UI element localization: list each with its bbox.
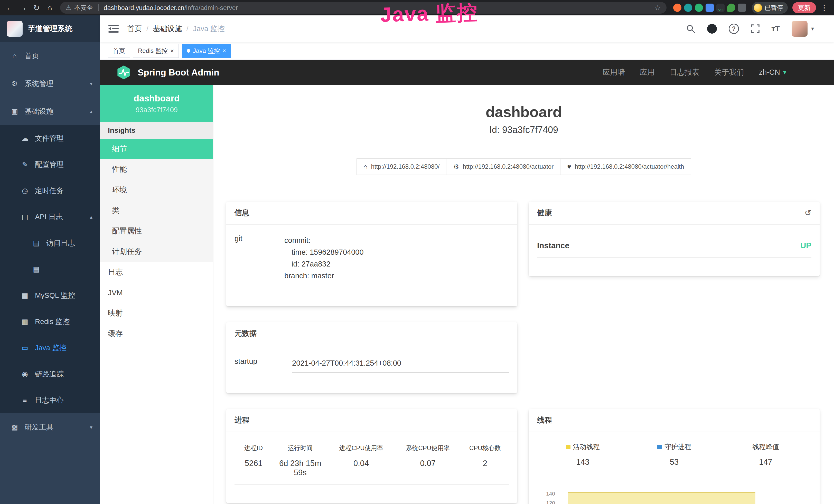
col-cpu-cores: CPU核心数	[461, 444, 509, 452]
menu-item-error-log[interactable]: ▤	[0, 256, 100, 282]
smiley-avatar-icon	[754, 4, 762, 12]
caret-down-icon: ▾	[783, 69, 786, 76]
process-card: 进程 进程ID 运行时间 进程CPU使用率 系统CPU使用率 CPU核心数	[226, 409, 517, 503]
breadcrumb-infrastructure[interactable]: 基础设施	[153, 24, 182, 33]
security-label[interactable]: 不安全	[74, 4, 93, 12]
card-title: 信息	[235, 208, 249, 218]
sba-menu-mappings[interactable]: 映射	[100, 303, 213, 323]
menu-item-java-monitor[interactable]: ▭ Java 监控	[0, 335, 100, 361]
breadcrumb-separator: /	[186, 25, 189, 33]
search-icon[interactable]	[686, 24, 695, 33]
process-value-row: 5261 6d 23h 15m 59s 0.04 0.07 2	[235, 459, 509, 485]
user-avatar[interactable]: ▾	[792, 21, 814, 37]
health-instance-row[interactable]: Instance UP	[537, 241, 811, 257]
history-icon[interactable]: ↺	[805, 208, 811, 218]
topbar-actions: ? тT ▾	[686, 21, 814, 37]
extension-sprout-icon[interactable]	[727, 4, 736, 12]
chevron-down-icon: ▾	[90, 424, 92, 430]
menu-item-system-mgmt[interactable]: ⚙ 系统管理 ▾	[0, 70, 100, 97]
sba-brand-title[interactable]: Spring Boot Admin	[138, 67, 219, 77]
col-system-cpu: 系统CPU使用率	[395, 444, 461, 452]
fullscreen-icon[interactable]	[751, 24, 760, 33]
forward-icon[interactable]: →	[17, 2, 29, 14]
link-actuator-url[interactable]: ⚙http://192.168.0.2:48080/actuator	[446, 158, 561, 175]
sba-nav-wallboard[interactable]: 应用墙	[602, 67, 625, 77]
col-process-cpu: 进程CPU使用率	[328, 444, 395, 452]
sba-nav-about[interactable]: 关于我们	[714, 67, 744, 77]
sba-language-select[interactable]: zh-CN ▾	[759, 68, 786, 76]
spring-boot-admin-logo-icon[interactable]	[117, 65, 131, 79]
extension-grid-icon[interactable]	[706, 4, 714, 12]
chrome-menu-icon[interactable]: ⋮	[820, 3, 828, 13]
sba-menu-caches[interactable]: 缓存	[100, 323, 213, 344]
instance-name: dashboard	[134, 93, 180, 104]
link-health-url[interactable]: ♥http://192.168.0.2:48080/actuator/healt…	[560, 158, 691, 175]
close-icon[interactable]: ×	[170, 48, 174, 54]
instance-links: ⌂http://192.168.0.2:48080/ ⚙http://192.1…	[214, 158, 834, 175]
menu-item-home[interactable]: ⌂ 首页	[0, 42, 100, 70]
reload-icon[interactable]: ↻	[30, 2, 43, 14]
font-size-icon[interactable]: тT	[771, 24, 780, 33]
breadcrumb-home[interactable]: 首页	[127, 24, 142, 33]
sba-menu-config-properties[interactable]: 配置属性	[100, 221, 213, 241]
sba-menu-scheduled-tasks[interactable]: 计划任务	[100, 241, 213, 262]
extension-switch-on-icon[interactable]: on	[716, 4, 725, 12]
tag-redis-monitor[interactable]: Redis 监控×	[133, 44, 179, 58]
extension-drop-icon[interactable]	[684, 4, 692, 12]
heart-icon: ♥	[567, 163, 571, 171]
sba-menu-environment[interactable]: 环境	[100, 180, 213, 200]
address-bar[interactable]: ⚠ 不安全 dashboard.yudao.iocoder.cn/infra/a…	[60, 2, 666, 14]
bookmark-star-icon[interactable]: ☆	[655, 4, 661, 12]
brand[interactable]: 芋道管理系统	[0, 16, 100, 42]
home-icon[interactable]: ⌂	[44, 2, 56, 14]
help-icon[interactable]: ?	[729, 24, 739, 34]
sba-nav-journal[interactable]: 日志报表	[670, 67, 699, 77]
close-icon[interactable]: ×	[222, 48, 226, 54]
extension-puzzle-icon[interactable]	[738, 4, 746, 12]
menu-item-api-log[interactable]: ▤ API 日志 ▴	[0, 204, 100, 230]
extension-yuque-icon[interactable]	[695, 4, 703, 12]
col-uptime: 运行时间	[272, 444, 328, 452]
sba-nav-applications[interactable]: 应用	[640, 67, 655, 77]
url-text[interactable]: dashboard.yudao.iocoder.cn/infra/admin-s…	[104, 4, 238, 12]
tag-java-monitor[interactable]: Java 监控×	[182, 44, 231, 58]
threads-card: 线程 活动线程 143 守护进程 53	[529, 409, 820, 504]
val-pid: 5261	[235, 459, 272, 477]
profile-paused-button[interactable]: 已暂停	[752, 2, 788, 14]
menu-item-infrastructure[interactable]: ▣ 基础设施 ▴	[0, 97, 100, 125]
sba-menu-insights[interactable]: Insights	[100, 122, 213, 139]
sba-nav: 应用墙 应用 日志报表 关于我们 zh-CN ▾	[602, 67, 786, 77]
menu-item-scheduled-jobs[interactable]: ◷ 定时任务	[0, 178, 100, 204]
menu-item-access-log[interactable]: ▤ 访问日志	[0, 230, 100, 256]
github-icon[interactable]	[707, 24, 717, 33]
menu-item-dev-tools[interactable]: ▩ 研发工具 ▾	[0, 413, 100, 441]
sba-menu-classes[interactable]: 类	[100, 200, 213, 221]
menu-item-tracing[interactable]: ◉ 链路追踪	[0, 361, 100, 387]
menu-label: 研发工具	[25, 422, 53, 432]
legend-label: 线程峰值	[752, 442, 779, 451]
link-root-url[interactable]: ⌂http://192.168.0.2:48080/	[356, 158, 447, 175]
startup-value: 2021-04-27T00:44:31.254+08:00	[292, 357, 509, 369]
card-title: 元数据	[235, 328, 257, 339]
infrastructure-submenu: ☁ 文件管理 ✎ 配置管理 ◷ 定时任务 ▤ API 日志 ▴ ▤	[0, 125, 100, 413]
tag-home[interactable]: 首页	[108, 44, 130, 58]
menu-label: 系统管理	[25, 79, 53, 89]
menu-item-redis-monitor[interactable]: ▥ Redis 监控	[0, 308, 100, 335]
back-icon[interactable]: ←	[4, 2, 16, 14]
extension-fox-icon[interactable]	[673, 4, 681, 12]
sidebar-fold-icon[interactable]	[108, 24, 119, 33]
sba-menu-metrics[interactable]: 性能	[100, 159, 213, 180]
layers-icon: ▥	[21, 318, 29, 326]
chrome-update-button[interactable]: 更新	[792, 2, 816, 13]
health-instance-label: Instance	[537, 241, 569, 250]
menu-item-log-center[interactable]: ≡ 日志中心	[0, 387, 100, 413]
sba-menu-details[interactable]: 细节	[100, 139, 213, 159]
menu-item-mysql-monitor[interactable]: ▦ MySQL 监控	[0, 282, 100, 308]
menu-item-config-mgmt[interactable]: ✎ 配置管理	[0, 152, 100, 178]
admin-menu: ⌂ 首页 ⚙ 系统管理 ▾ ▣ 基础设施 ▴ ☁ 文件管理 ✎ 配置管	[0, 42, 100, 441]
sba-body: dashboard 93a3fc7f7409 Insights 细节 性能 环境…	[100, 85, 834, 504]
menu-item-file-mgmt[interactable]: ☁ 文件管理	[0, 125, 100, 152]
menu-label: 日志中心	[35, 395, 64, 405]
sba-menu-logs[interactable]: 日志	[100, 262, 213, 282]
sba-menu-jvm[interactable]: JVM	[100, 282, 213, 303]
